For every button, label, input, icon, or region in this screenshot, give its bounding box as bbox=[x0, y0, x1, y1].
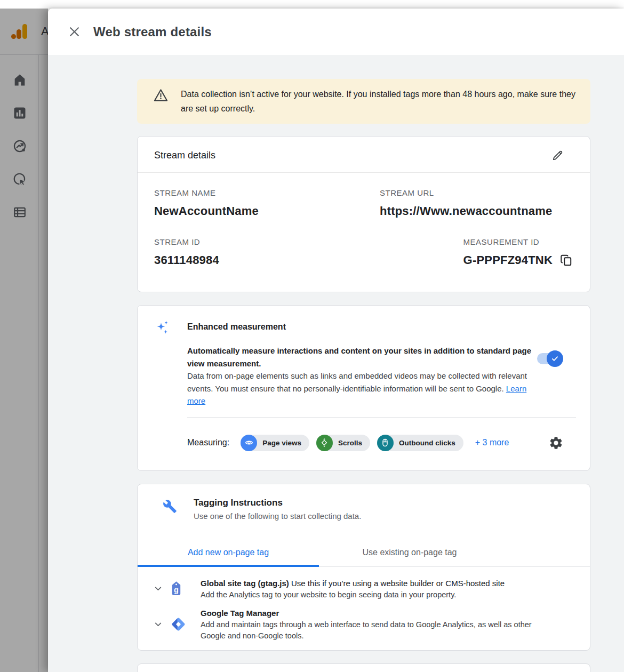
enhanced-measurement-toggle[interactable] bbox=[537, 353, 562, 364]
gtag-title: Global site tag (gtag.js) Use this if yo… bbox=[201, 578, 574, 589]
field-stream-name: STREAM NAME NewAccountName bbox=[154, 188, 380, 218]
chip-outbound-clicks: Outbound clicks bbox=[377, 435, 463, 451]
chip-label: Outbound clicks bbox=[399, 439, 455, 447]
gear-icon bbox=[549, 436, 563, 450]
toggle-knob-check-icon bbox=[547, 350, 563, 367]
field-label: STREAM NAME bbox=[154, 188, 380, 197]
sparkle-icon bbox=[154, 318, 187, 407]
tagging-header: Tagging Instructions Use one of the foll… bbox=[138, 498, 590, 521]
tagging-subtitle: Use one of the following to start collec… bbox=[194, 511, 590, 521]
tab-use-existing-on-page-tag[interactable]: Use existing on-page tag bbox=[319, 537, 500, 567]
panel-body: Data collection isn’t active for your we… bbox=[48, 55, 624, 672]
gtm-title: Google Tag Manager bbox=[201, 607, 574, 619]
pencil-icon bbox=[551, 149, 564, 162]
edit-button[interactable] bbox=[551, 149, 564, 162]
stream-details-card: Stream details STREAM NAME NewAccountNam… bbox=[137, 136, 590, 292]
warning-banner: Data collection isn’t active for your we… bbox=[137, 79, 590, 124]
enhanced-measurement-description: Automatically measure interactions and c… bbox=[187, 345, 533, 407]
warning-icon bbox=[154, 89, 168, 116]
wrench-icon bbox=[138, 498, 194, 521]
field-label: MEASUREMENT ID bbox=[463, 237, 573, 246]
more-measurements-link[interactable]: + 3 more bbox=[475, 438, 509, 447]
chip-scrolls: Scrolls bbox=[316, 435, 370, 451]
enhanced-measurement-settings-button[interactable] bbox=[549, 436, 563, 450]
gtag-expander-row[interactable]: g Global site tag (gtag.js) Use this if … bbox=[138, 574, 574, 604]
close-button[interactable] bbox=[66, 24, 82, 40]
tagging-instructions-card: Tagging Instructions Use one of the foll… bbox=[137, 484, 590, 651]
chip-label: Page views bbox=[262, 439, 301, 447]
tagging-tabs: Add new on-page tag Use existing on-page… bbox=[138, 537, 590, 567]
enhanced-measurement-card: Enhanced measurement Automatically measu… bbox=[137, 305, 590, 471]
panel-header: Web stream details bbox=[48, 9, 624, 55]
panel-title: Web stream details bbox=[93, 25, 212, 39]
tagging-title: Tagging Instructions bbox=[194, 498, 590, 508]
field-label: STREAM URL bbox=[380, 188, 573, 197]
gtag-icon: g bbox=[170, 580, 201, 597]
close-icon bbox=[68, 25, 81, 38]
field-value: G-PPPFZ94TNK bbox=[463, 253, 553, 267]
measuring-label: Measuring: bbox=[187, 438, 229, 447]
gtm-description: Add and maintain tags through a web inte… bbox=[201, 619, 547, 641]
divider bbox=[187, 417, 576, 418]
field-value: https://Www.newaccountname bbox=[380, 204, 573, 218]
gtm-expander-row[interactable]: Google Tag Manager Add and maintain tags… bbox=[138, 604, 574, 645]
stream-details-header: Stream details bbox=[138, 137, 590, 173]
svg-text:g: g bbox=[174, 586, 179, 594]
description-text: Data from on-page elements such as links… bbox=[187, 371, 527, 393]
tagging-items: g Global site tag (gtag.js) Use this if … bbox=[138, 567, 590, 651]
description-bold: Automatically measure interactions and c… bbox=[187, 346, 531, 368]
chevron-down-icon[interactable] bbox=[138, 619, 170, 630]
chevron-down-icon[interactable] bbox=[138, 583, 170, 594]
gtag-description: Add the Analytics tag to your website to… bbox=[201, 589, 547, 601]
modal-scrim bbox=[0, 9, 48, 672]
web-stream-details-panel: Web stream details Data collection isn’t… bbox=[48, 9, 624, 672]
google-tag-manager-icon bbox=[170, 615, 201, 633]
copy-button[interactable] bbox=[559, 253, 573, 267]
field-stream-url: STREAM URL https://Www.newaccountname bbox=[380, 188, 573, 218]
measuring-row: Measuring: Page views bbox=[187, 435, 576, 451]
additional-settings-card: Additional Settings bbox=[137, 663, 590, 672]
chip-label: Scrolls bbox=[338, 439, 362, 447]
field-label: STREAM ID bbox=[154, 237, 380, 246]
field-stream-id: STREAM ID 3611148984 bbox=[154, 237, 380, 267]
copy-icon bbox=[559, 253, 573, 267]
stream-details-title: Stream details bbox=[154, 150, 215, 161]
field-value: 3611148984 bbox=[154, 253, 380, 267]
tab-add-new-on-page-tag[interactable]: Add new on-page tag bbox=[138, 537, 319, 567]
stream-details-fields: STREAM NAME NewAccountName STREAM URL ht… bbox=[138, 173, 590, 292]
enhanced-measurement-title: Enhanced measurement bbox=[187, 322, 576, 332]
field-measurement-id: MEASUREMENT ID G-PPPFZ94TNK bbox=[463, 237, 573, 267]
mouse-icon bbox=[377, 435, 394, 451]
field-value: NewAccountName bbox=[154, 204, 380, 218]
eye-icon bbox=[241, 435, 257, 451]
warning-text: Data collection isn’t active for your we… bbox=[181, 87, 578, 116]
chip-page-views: Page views bbox=[241, 435, 309, 451]
scroll-arrows-icon bbox=[316, 435, 333, 451]
